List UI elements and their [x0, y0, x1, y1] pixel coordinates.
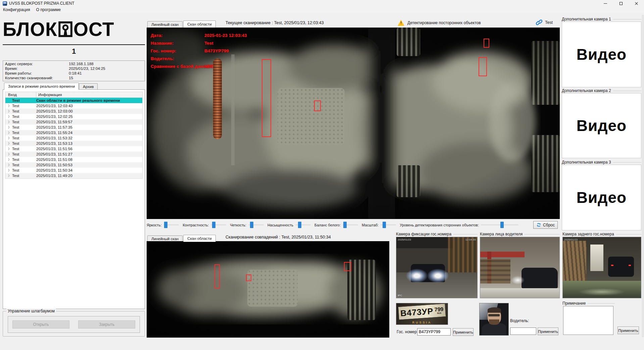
slider-handle[interactable]	[250, 222, 253, 228]
plate-field-label: Гос. номер:	[397, 330, 418, 334]
contrast-slider[interactable]: Контрастность:	[183, 223, 226, 227]
column-info[interactable]: Информация	[36, 93, 142, 97]
slider-handle[interactable]	[383, 222, 386, 228]
table-row[interactable]: ❯Test2025/01/23, 11:51:08	[5, 157, 142, 162]
slider-label: Четкость:	[230, 223, 246, 227]
slider-handle[interactable]	[164, 222, 167, 228]
table-row[interactable]: ❯Test2025/01/23, 11:51:56	[5, 146, 142, 151]
slider-label: Насыщенность	[267, 223, 293, 227]
driver-face-camera-image	[480, 237, 560, 298]
test-link[interactable]: Test	[536, 19, 553, 26]
minimize-icon	[604, 3, 607, 4]
note-group: Примечание	[562, 301, 615, 336]
overlay-name-value: Test	[204, 41, 213, 46]
right-edge-panel	[642, 15, 644, 337]
uptime-value: 0:18:41	[69, 71, 82, 75]
table-row[interactable]: ❯Test2025/01/23, 11:53:32	[5, 135, 142, 141]
main-scan-viewport[interactable]: Дата:2025-01-23 12:03:43 Название:Test Г…	[147, 28, 560, 219]
row-entry: Test	[12, 136, 36, 140]
barrier-close-button[interactable]: Закрыть	[78, 320, 135, 329]
slider-track[interactable]	[248, 224, 264, 225]
note-textarea[interactable]	[563, 306, 613, 335]
note-apply-button[interactable]: Применить	[617, 326, 639, 334]
row-entry: Test	[12, 120, 36, 124]
brightness-slider[interactable]: Яркость:	[147, 223, 179, 227]
row-info: 2025/01/23, 11:50:53	[36, 163, 142, 167]
table-row[interactable]: ❯Test2025/01/23, 11:53:13	[5, 141, 142, 146]
camera-date-overlay: 2025/01/23	[398, 238, 411, 241]
table-row[interactable]: ❯Test2025/01/23, 11:49:20	[5, 173, 142, 178]
chevron-right-icon: ❯	[5, 168, 12, 173]
glasses	[488, 314, 500, 316]
image-adjustment-bar: Яркость: Контрастность: Четкость: Насыще…	[147, 220, 560, 230]
chevron-right-icon: ❯	[5, 103, 12, 108]
table-row[interactable]: ❯Test2025/01/23, 11:57:35	[5, 125, 142, 130]
menu-about[interactable]: О программе	[33, 7, 64, 12]
tab-area-scan-bottom[interactable]: Скан области	[183, 235, 216, 242]
slider-track[interactable]	[163, 224, 179, 225]
plate-apply-button[interactable]: Применить	[453, 328, 474, 336]
slider-track[interactable]	[295, 224, 311, 225]
tab-realtime-records[interactable]: Записи в режиме реального времени	[4, 83, 79, 90]
slider-handle[interactable]	[212, 222, 215, 228]
saturation-slider[interactable]: Насыщенность	[267, 223, 311, 227]
slider-track[interactable]	[211, 224, 226, 225]
warning-icon: !	[398, 20, 404, 26]
table-row[interactable]: ❯Test2025/01/23, 12:03:00	[5, 108, 142, 114]
tab-archive[interactable]: Архив	[79, 83, 98, 90]
table-row-selected[interactable]: Test Скан области в режиме реального вре…	[5, 98, 142, 103]
white-balance-slider[interactable]: Баланс белого:	[314, 223, 358, 227]
table-row[interactable]: ❯Test2025/01/23, 11:51:27	[5, 151, 142, 157]
table-row[interactable]: ❯Test2025/01/23, 12:02:25	[5, 114, 142, 119]
driver-name-input[interactable]	[510, 327, 536, 335]
menu-configuration[interactable]: Конфигурация	[0, 7, 33, 12]
minimize-button[interactable]	[598, 0, 613, 7]
slider-handle[interactable]	[298, 222, 301, 228]
chevron-right-icon: ❯	[5, 130, 12, 135]
records-list: Test Скан области в режиме реального вре…	[5, 98, 143, 179]
plate-number-text: В473УР	[400, 307, 434, 317]
row-entry: Test	[12, 98, 36, 102]
row-entry: Test	[12, 163, 36, 167]
taillight	[629, 265, 631, 266]
driver-face-camera-group: Камера лица водителя	[480, 232, 560, 299]
match-scan-image	[147, 241, 389, 338]
driver-apply-button[interactable]: Применить	[538, 327, 558, 335]
tab-area-scan[interactable]: Скан области	[183, 20, 216, 28]
slider-track[interactable]	[381, 224, 396, 225]
tab-linear-scan[interactable]: Линейный скан	[147, 21, 183, 28]
match-scan-viewport[interactable]	[147, 241, 389, 338]
plate-number-input[interactable]	[417, 328, 451, 336]
overlay-date-value: 2025-01-23 12:03:43	[204, 33, 247, 38]
scale-slider[interactable]: Масштаб:	[362, 223, 396, 227]
table-row[interactable]: ❯Test2025/01/23, 11:50:53	[5, 162, 142, 168]
slider-handle[interactable]	[500, 222, 504, 228]
sharpness-slider[interactable]: Четкость:	[230, 223, 264, 227]
server-address-value: 192.168.1.188	[69, 62, 94, 66]
column-entry[interactable]: Вход	[5, 92, 36, 97]
slider-handle[interactable]	[343, 222, 347, 228]
table-row[interactable]: ❯Test2025/01/23, 11:50:34	[5, 168, 142, 173]
row-entry: Test	[12, 168, 36, 172]
close-button[interactable]	[629, 0, 644, 7]
maximize-icon	[620, 2, 623, 5]
table-row[interactable]: ❯Test2025/01/23, 11:59:57	[5, 119, 142, 125]
barrier-open-button[interactable]: Открыть	[12, 320, 69, 329]
row-info: 2025/01/23, 12:02:25	[36, 115, 142, 119]
plate-camera-group: Камера фиксации гос.номера 2025/01/23 12…	[396, 232, 478, 299]
overlay-driver-label: Водитель:	[151, 56, 174, 61]
reset-button[interactable]: Сброс	[533, 221, 558, 229]
maximize-button[interactable]	[613, 0, 629, 7]
table-row[interactable]: ❯Test2025/01/23, 11:55:24	[5, 130, 142, 135]
match-scan-status: Сканирование совпадений : Test, 2025/01/…	[226, 235, 331, 239]
logo-text-left: БЛОК	[3, 20, 57, 39]
overlay-dbmatch-value: НЕТ	[204, 64, 213, 69]
slider-track[interactable]	[481, 224, 518, 225]
chevron-right-icon: ❯	[5, 173, 12, 178]
extra-camera-3-title: Дополнительная камера 3	[562, 160, 641, 165]
headlight-glow	[427, 269, 449, 283]
left-sidebar: БЛОК ОСТ 1 Адрес сервера:192.168.1.188 В…	[3, 14, 145, 337]
table-row[interactable]: ❯Test2025/01/23, 12:03:43	[5, 103, 142, 108]
slider-track[interactable]	[343, 224, 358, 225]
detection-level-slider[interactable]: Уровень детектирования сторонних объекто…	[400, 223, 518, 227]
